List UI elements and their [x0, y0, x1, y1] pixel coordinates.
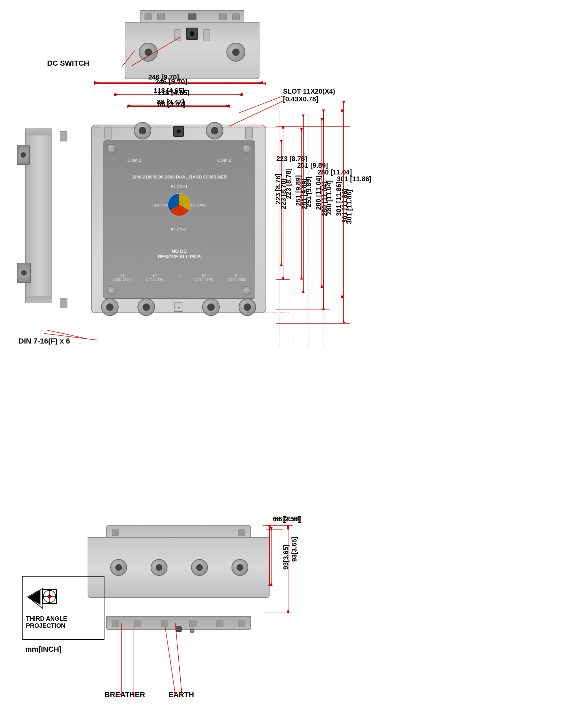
- svg-marker-30: [270, 582, 273, 586]
- right-connector-top: [227, 43, 245, 62]
- port-b2-2: B2 (1710-2170): [189, 274, 219, 282]
- dim-246-display: 246 [9.70]: [155, 78, 187, 86]
- corner-screw-bl: [107, 286, 116, 295]
- svg-marker-17: [300, 276, 303, 280]
- svg-marker-4: [259, 81, 263, 84]
- svg-marker-16: [300, 128, 303, 132]
- front-body: COM 1 COM 2 1800-2100/2300-2600 DUAL BAN…: [91, 125, 266, 313]
- b2-com2-label: B2-COM2: [171, 228, 188, 232]
- svg-marker-3: [94, 81, 98, 84]
- b1-com1-label: B1-COM1: [171, 185, 188, 189]
- bottom-bracket-top: [106, 525, 251, 539]
- dc-switch-leader: [54, 34, 148, 71]
- top-connectors: [104, 122, 253, 139]
- top-bracket: [140, 10, 244, 23]
- corner-screw-tl: [107, 144, 116, 153]
- com1-label: COM 1: [127, 158, 141, 163]
- bv-conn-3: [191, 559, 208, 576]
- side-bracket-bottom: [25, 296, 52, 303]
- dim-118-display: 118 [4.65]: [158, 89, 190, 97]
- svg-marker-25: [120, 694, 123, 697]
- dim-depth-66: [266, 524, 276, 601]
- earth-lug: ⏚: [174, 302, 183, 312]
- svg-marker-22: [341, 109, 343, 113]
- product-label: 1800-2100/2300-2600 DUAL BAND COMBINER: [132, 174, 227, 179]
- b1-com2-label: B1-COM2: [190, 203, 206, 207]
- diagram-area: B1-COM1 B2-COM1 B1-COM2 B2-COM2: [152, 185, 206, 238]
- dc-switch-top: [186, 28, 198, 40]
- earth-symbol-label: ⏚: [173, 274, 186, 282]
- h223-display: 223 [8.78]: [285, 168, 293, 199]
- bv-conn-2: [151, 559, 167, 576]
- svg-marker-23: [341, 294, 343, 298]
- dim-88-display: 88 [3.47]: [158, 100, 186, 108]
- h301-value: 301 [11.86]: [335, 181, 343, 216]
- side-conn-top: [17, 145, 30, 165]
- d66-display: 66 [2.58]: [275, 515, 301, 523]
- h301-display: 301 [11.86]: [345, 190, 353, 224]
- h223-value: 223 [8.78]: [274, 173, 282, 204]
- svg-marker-19: [320, 118, 323, 122]
- conn-bl-2: [138, 298, 155, 316]
- corner-screw-tr: [243, 144, 251, 153]
- h251-value: 251 [9.89]: [294, 175, 302, 206]
- b2-com1-label: B2-COM1: [152, 203, 169, 207]
- nodc-label: NO DC REMOVE ALL PINS: [158, 248, 201, 259]
- conn-tl: [134, 122, 151, 139]
- side-view-container: [17, 128, 67, 310]
- svg-line-26: [175, 623, 182, 695]
- slot-tr: [245, 127, 253, 139]
- height-dims-text4: 301 [11.86]: [337, 175, 371, 183]
- front-panel: COM 1 COM 2 1800-2100/2300-2600 DUAL BAN…: [103, 140, 255, 299]
- dim-93-text: 93[3.65]: [282, 545, 290, 570]
- svg-marker-20: [320, 284, 323, 288]
- com2-label: COM 2: [217, 158, 231, 163]
- din-leader: [40, 330, 108, 347]
- bottom-view-container: [88, 525, 270, 620]
- dim-66-horiz: [266, 527, 283, 532]
- projection-box: THIRD ANGLE PROJECTION: [22, 576, 104, 640]
- svg-marker-33: [287, 609, 290, 613]
- slot-label: SLOT 11X20(X4) [0.43X0.78]: [283, 88, 335, 103]
- drawing-page: DC SWITCH SLOT 11X20(X4) [0.43X0.78] 246…: [0, 0, 588, 716]
- svg-marker-66: [342, 319, 345, 323]
- mm-inch-label: mm[INCH]: [25, 645, 62, 654]
- front-view-container: COM 1 COM 2 1800-2100/2300-2600 DUAL BAN…: [91, 111, 266, 313]
- svg-marker-27: [181, 694, 183, 697]
- projection-symbol: [26, 582, 63, 615]
- svg-marker-38: [28, 588, 43, 609]
- breather-leader: [108, 623, 135, 697]
- conn-tr: [206, 122, 224, 139]
- h280-display: 280 [11.04]: [325, 180, 333, 215]
- d93-display: 93[3.65]: [291, 537, 298, 562]
- port-labels-row: B1 (2302-2690) B2 (1710-2170) ⏚ B2 (1710…: [107, 274, 252, 282]
- slot-tl: [104, 127, 112, 139]
- svg-marker-6: [114, 93, 119, 96]
- bottom-body: [88, 537, 270, 598]
- conn-br-1: [202, 298, 220, 316]
- side-handle-bottom: [60, 298, 67, 308]
- projection-text: THIRD ANGLE PROJECTION: [26, 615, 67, 629]
- side-handle-top: [60, 131, 67, 142]
- svg-marker-10: [225, 104, 229, 107]
- port-b1-1: B1 (2302-2690): [107, 274, 138, 282]
- svg-marker-7: [238, 93, 243, 96]
- svg-marker-9: [128, 104, 132, 107]
- svg-marker-32: [287, 527, 290, 531]
- corner-screw-br: [243, 286, 251, 295]
- port-b2-1: B2 (1710-2170): [140, 274, 170, 282]
- h280-value: 280 [11.04]: [315, 175, 322, 210]
- svg-line-0: [121, 50, 135, 67]
- bv-conn-4: [231, 559, 248, 576]
- dc-switch-front: [173, 126, 184, 137]
- port-b1-2: B1 (2302-2690): [222, 274, 252, 282]
- svg-marker-63: [322, 306, 325, 310]
- svg-marker-13: [280, 140, 283, 144]
- earth-leader: [168, 623, 195, 697]
- conn-bl-1: [101, 298, 119, 316]
- svg-line-11: [44, 333, 98, 340]
- bv-conn-1: [110, 559, 127, 576]
- svg-marker-14: [280, 262, 283, 266]
- bottom-connectors: ⏚: [101, 298, 256, 316]
- side-conn-bottom: [17, 263, 31, 283]
